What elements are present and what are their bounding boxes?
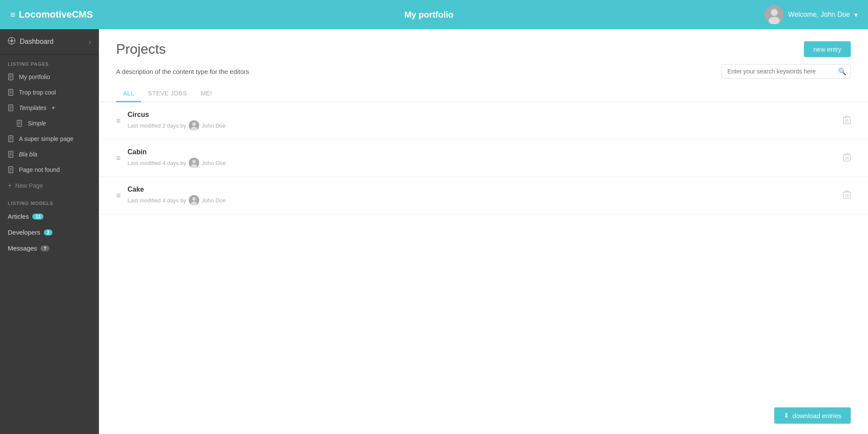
new-entry-button[interactable]: new entry bbox=[804, 41, 851, 57]
plus-icon: + bbox=[8, 182, 12, 189]
entry-name[interactable]: Cabin bbox=[128, 148, 836, 156]
new-page-button[interactable]: + New Page bbox=[0, 177, 99, 194]
svg-point-49 bbox=[192, 160, 196, 163]
sidebar-item-trop-trop-cool[interactable]: Trop trop cool bbox=[0, 85, 99, 100]
page-label: Page not found bbox=[19, 166, 60, 173]
entry-author-avatar bbox=[189, 195, 199, 205]
tab-me[interactable]: ME! bbox=[194, 86, 219, 102]
listing-models-label: LISTING MODELS bbox=[0, 194, 99, 208]
entry-meta: Last modified 4 days by John Doe bbox=[128, 195, 836, 205]
page-label: My portfolio bbox=[19, 73, 50, 80]
sidebar-item-super-simple[interactable]: A super simple page bbox=[0, 131, 99, 147]
drag-handle-icon[interactable]: ≡ bbox=[116, 154, 121, 163]
page-icon bbox=[8, 135, 15, 142]
entry-content: Cake Last modified 4 days by John Doe bbox=[128, 186, 836, 205]
main-footer: ⬇ download entries bbox=[99, 397, 868, 434]
tab-steve-jobs[interactable]: STEVE JOBS bbox=[141, 86, 194, 102]
user-menu[interactable]: Welcome, John Doe ▾ bbox=[765, 5, 858, 24]
drag-handle-icon[interactable]: ≡ bbox=[116, 191, 121, 200]
listing-pages-label: LISTING PAGES bbox=[0, 55, 99, 69]
entry-modified-text: Last modified 2 days by bbox=[128, 122, 187, 129]
layout: Dashboard › LISTING PAGES My portfolio T… bbox=[0, 29, 868, 434]
entry-author-name: John Doe bbox=[202, 122, 226, 129]
entry-meta: Last modified 2 days by John Doe bbox=[128, 120, 836, 131]
entry-modified-text: Last modified 4 days by bbox=[128, 197, 187, 204]
logo[interactable]: ≡ LocomotiveCMS bbox=[10, 9, 93, 20]
page-label: Templates bbox=[19, 104, 46, 111]
svg-point-4 bbox=[10, 40, 13, 42]
dashboard-chevron-icon: › bbox=[89, 37, 91, 46]
page-label: Simple bbox=[28, 120, 46, 127]
description-row: A description of the content type for th… bbox=[99, 64, 868, 86]
entry-content: Cabin Last modified 4 days by John Doe bbox=[128, 148, 836, 168]
chevron-down-icon: ▾ bbox=[52, 105, 54, 111]
site-title: My portfolio bbox=[404, 10, 453, 20]
page-title: Projects bbox=[116, 41, 166, 57]
search-icon: 🔍 bbox=[838, 68, 846, 75]
messages-label: Messages bbox=[8, 245, 37, 252]
search-box: 🔍 bbox=[722, 64, 851, 79]
sidebar-item-dashboard[interactable]: Dashboard › bbox=[0, 29, 99, 55]
table-row: ≡ Circus Last modified 2 days by John Do… bbox=[99, 102, 868, 140]
logo-icon: ≡ bbox=[10, 10, 15, 20]
articles-label: Articles bbox=[8, 213, 29, 220]
page-icon bbox=[8, 166, 15, 173]
search-icon-button[interactable]: 🔍 bbox=[838, 67, 846, 76]
dashboard-icon bbox=[8, 37, 15, 46]
sidebar-item-templates[interactable]: Templates ▾ bbox=[0, 100, 99, 116]
dashboard-label: Dashboard bbox=[20, 38, 53, 46]
entries-list: ≡ Circus Last modified 2 days by John Do… bbox=[99, 102, 868, 397]
sidebar-item-simple[interactable]: Simple bbox=[0, 116, 99, 131]
page-label: Bla bla bbox=[19, 151, 37, 158]
delete-entry-button[interactable] bbox=[843, 153, 851, 164]
download-label: download entries bbox=[793, 412, 841, 419]
entry-name[interactable]: Circus bbox=[128, 111, 836, 119]
page-icon bbox=[8, 73, 15, 80]
logo-text: LocomotiveCMS bbox=[19, 9, 93, 20]
svg-point-60 bbox=[192, 197, 196, 201]
header: ≡ LocomotiveCMS My portfolio Welcome, Jo… bbox=[0, 0, 868, 29]
svg-point-1 bbox=[771, 9, 778, 16]
developers-label: Developers bbox=[8, 229, 40, 236]
main-header: Projects new entry bbox=[99, 29, 868, 64]
entry-author-avatar bbox=[189, 158, 199, 168]
sidebar-item-developers[interactable]: Developers 2 bbox=[0, 224, 99, 240]
entry-name[interactable]: Cake bbox=[128, 186, 836, 193]
page-icon bbox=[8, 89, 15, 96]
download-entries-button[interactable]: ⬇ download entries bbox=[774, 407, 851, 424]
entry-author-name: John Doe bbox=[202, 160, 226, 166]
avatar bbox=[765, 5, 784, 24]
drag-handle-icon[interactable]: ≡ bbox=[116, 116, 121, 125]
welcome-text: Welcome, John Doe bbox=[788, 11, 850, 18]
sidebar-item-messages[interactable]: Messages ? bbox=[0, 240, 99, 256]
tab-all[interactable]: ALL bbox=[116, 86, 141, 102]
page-label: Trop trop cool bbox=[19, 89, 56, 96]
entry-modified-text: Last modified 4 days by bbox=[128, 160, 187, 166]
tabs-bar: ALL STEVE JOBS ME! bbox=[99, 86, 868, 102]
sidebar-item-page-not-found[interactable]: Page not found bbox=[0, 162, 99, 177]
table-row: ≡ Cabin Last modified 4 days by John Doe bbox=[99, 140, 868, 177]
entry-author-name: John Doe bbox=[202, 197, 226, 204]
entry-meta: Last modified 4 days by John Doe bbox=[128, 158, 836, 168]
page-label: A super simple page bbox=[19, 135, 74, 142]
sidebar-item-my-portfolio[interactable]: My portfolio bbox=[0, 69, 99, 85]
entry-content: Circus Last modified 2 days by John Doe bbox=[128, 111, 836, 131]
entry-author-avatar bbox=[189, 120, 199, 131]
svg-point-38 bbox=[192, 122, 196, 126]
dropdown-icon: ▾ bbox=[854, 11, 858, 19]
search-input[interactable] bbox=[722, 64, 851, 79]
articles-badge: 12 bbox=[32, 214, 43, 220]
sidebar-item-articles[interactable]: Articles 12 bbox=[0, 208, 99, 224]
new-page-label: New Page bbox=[15, 182, 43, 189]
page-icon bbox=[8, 151, 15, 158]
sidebar: Dashboard › LISTING PAGES My portfolio T… bbox=[0, 29, 99, 434]
delete-entry-button[interactable] bbox=[843, 190, 851, 201]
messages-badge: ? bbox=[40, 245, 49, 251]
main-content: Projects new entry A description of the … bbox=[99, 29, 868, 434]
content-description: A description of the content type for th… bbox=[116, 68, 249, 75]
table-row: ≡ Cake Last modified 4 days by John Doe bbox=[99, 177, 868, 214]
delete-entry-button[interactable] bbox=[843, 116, 851, 126]
sidebar-item-bla-bla[interactable]: Bla bla bbox=[0, 147, 99, 162]
page-icon bbox=[16, 120, 23, 127]
page-icon bbox=[8, 104, 15, 111]
